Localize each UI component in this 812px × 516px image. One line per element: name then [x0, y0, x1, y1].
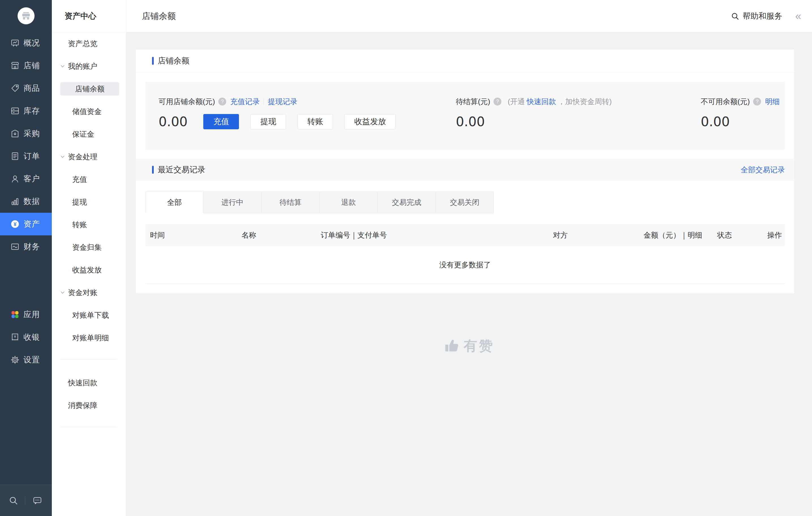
unavailable-balance-label: 不可用余额(元) [701, 97, 750, 107]
sidebar-item-overview[interactable]: 概况 [0, 32, 52, 54]
details-link[interactable]: 明细 [765, 97, 780, 107]
sidebar-item-finance[interactable]: 财务 [0, 235, 52, 258]
pending-settlement-value: 0.00 [456, 114, 485, 129]
withdraw-records-link[interactable]: 提现记录 [268, 97, 297, 107]
recharge-button[interactable]: 充值 [203, 114, 239, 129]
action-button-提现[interactable]: 提现 [250, 114, 286, 129]
question-icon[interactable] [493, 98, 501, 105]
svg-text:¥: ¥ [13, 221, 17, 227]
fast-payback-link[interactable]: 快速回款 [527, 97, 556, 106]
sidebar-item-purchase[interactable]: 采购 [0, 122, 52, 145]
menu-item-资产总览[interactable]: 资产总览 [52, 32, 126, 55]
menu-item-消费保障[interactable]: 消费保障 [52, 394, 126, 417]
menu-item-label: 店铺余额 [60, 82, 119, 96]
sidebar-item-customers[interactable]: 客户 [0, 168, 52, 190]
menu-divider [60, 359, 117, 360]
action-button-转账[interactable]: 转账 [297, 114, 333, 129]
sidebar-item-orders[interactable]: 订单 [0, 145, 52, 168]
menu-item-对账单下载[interactable]: 对账单下载 [52, 304, 126, 327]
help-label: 帮助和服务 [743, 11, 782, 22]
thumb-up-icon [444, 338, 460, 354]
section-title: 店铺余额 [158, 56, 190, 66]
accent-bar [152, 166, 154, 174]
menu-item-快速回款[interactable]: 快速回款 [52, 371, 126, 394]
menu-item-我的账户[interactable]: 我的账户 [52, 55, 126, 78]
sidebar-item-goods[interactable]: 商品 [0, 77, 52, 99]
transactions-table-header: 时间名称订单编号｜支付单号对方金额（元）｜明细状态操作 [145, 224, 785, 246]
menu-item-资金处理[interactable]: 资金处理 [52, 145, 126, 168]
asset-menu-title: 资产中心 [52, 0, 126, 32]
balance-panel: 可用店铺余额(元) 充值记录 提现记录 0.00 充值提现转账收益发放 待结算(… [145, 82, 785, 150]
customers-icon [10, 174, 20, 184]
menu-item-label: 对账单明细 [72, 333, 109, 343]
chevron-down-icon [59, 63, 66, 69]
column-header-状态: 状态 [717, 230, 766, 240]
store-avatar[interactable] [18, 7, 34, 24]
brand-name: 有赞 [464, 337, 494, 355]
shop-icon [10, 61, 20, 70]
action-button-收益发放[interactable]: 收益发放 [344, 114, 396, 129]
asset-menu: 资产总览我的账户店铺余额储值资金保证金资金处理充值提现转账资金归集收益发放资金对… [52, 32, 126, 427]
menu-item-提现[interactable]: 提现 [52, 191, 126, 213]
menu-item-label: 快速回款 [68, 378, 97, 388]
menu-item-充值[interactable]: 充值 [52, 168, 126, 191]
sidebar-item-cashier[interactable]: ¥收银 [0, 326, 52, 348]
tab-交易关闭[interactable]: 交易关闭 [435, 191, 494, 213]
menu-item-收益发放[interactable]: 收益发放 [52, 259, 126, 281]
column-header-时间: 时间 [145, 230, 241, 240]
tab-进行中[interactable]: 进行中 [203, 191, 262, 213]
question-icon[interactable] [218, 98, 226, 105]
menu-item-对账单明细[interactable]: 对账单明细 [52, 327, 126, 349]
sidebar-item-label: 店铺 [24, 60, 40, 71]
menu-item-label: 资金处理 [68, 152, 97, 162]
chat-icon[interactable] [33, 496, 42, 505]
balance-section-header: 店铺余额 [136, 50, 794, 72]
content-area: 店铺余额 可用店铺余额(元) 充值记录 提现记录 0.00 充值提现转账收益发放 [126, 32, 812, 516]
menu-item-保证金[interactable]: 保证金 [52, 123, 126, 145]
pending-note: (开通快速回款，加快资金周转) [508, 97, 612, 107]
tab-待结算[interactable]: 待结算 [261, 191, 320, 213]
help-and-services-button[interactable]: 帮助和服务 [731, 11, 782, 22]
sidebar-item-label: 数据 [24, 196, 40, 207]
sidebar-item-shop[interactable]: 店铺 [0, 54, 52, 77]
menu-item-资金归集[interactable]: 资金归集 [52, 236, 126, 259]
menu-item-label: 资金对账 [68, 288, 97, 298]
sidebar-item-label: 采购 [24, 128, 40, 139]
menu-item-label: 充值 [72, 175, 87, 184]
tab-交易完成[interactable]: 交易完成 [377, 191, 436, 213]
tab-退款[interactable]: 退款 [319, 191, 378, 213]
topbar-right: 帮助和服务 « [731, 0, 801, 32]
menu-item-店铺余额[interactable]: 店铺余额 [52, 78, 126, 100]
all-transactions-link[interactable]: 全部交易记录 [741, 165, 785, 175]
question-icon[interactable] [753, 98, 761, 105]
pending-settlement-column: 待结算(元) (开通快速回款，加快资金周转) 0.00 [440, 82, 680, 150]
recharge-records-link[interactable]: 充值记录 [230, 97, 260, 107]
menu-item-label: 资金归集 [72, 242, 102, 252]
menu-item-转账[interactable]: 转账 [52, 213, 126, 236]
sidebar-item-data[interactable]: 数据 [0, 190, 52, 213]
sidebar-item-assets[interactable]: ¥资产 [0, 213, 52, 235]
primary-sidebar: 概况店铺商品库存采购订单客户数据¥资产财务 应用¥收银设置 [0, 0, 52, 516]
sidebar-item-label: 设置 [24, 355, 40, 365]
sidebar-item-apps[interactable]: 应用 [0, 303, 52, 326]
brand-watermark: 有赞 [444, 337, 494, 355]
menu-item-label: 对账单下载 [72, 310, 109, 320]
chevron-down-icon [59, 154, 66, 160]
menu-item-label: 转账 [72, 220, 87, 230]
menu-item-储值资金[interactable]: 储值资金 [52, 100, 126, 123]
divider [25, 496, 25, 505]
sidebar-item-settings[interactable]: 设置 [0, 348, 52, 371]
search-icon[interactable] [8, 496, 18, 505]
goods-icon [10, 84, 20, 93]
tab-全部[interactable]: 全部 [145, 191, 204, 213]
menu-item-资金对账[interactable]: 资金对账 [52, 281, 126, 304]
sidebar-item-label: 财务 [24, 241, 40, 252]
inventory-icon [10, 106, 20, 116]
collapse-chevrons-icon[interactable]: « [795, 11, 801, 22]
search-icon [731, 12, 739, 20]
sidebar-bottom-bar [0, 485, 52, 516]
sidebar-item-inventory[interactable]: 库存 [0, 99, 52, 122]
sidebar-item-label: 订单 [24, 151, 40, 161]
finance-icon [10, 242, 20, 251]
purchase-icon [10, 129, 20, 138]
